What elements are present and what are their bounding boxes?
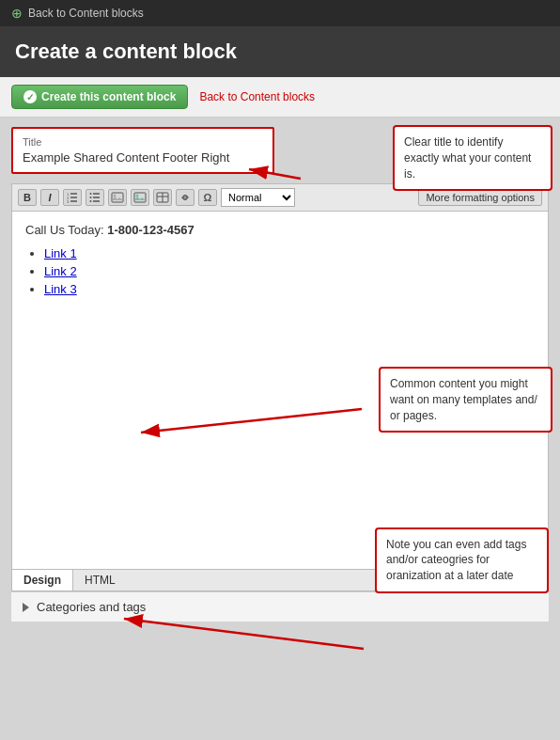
tab-design[interactable]: Design <box>12 570 73 590</box>
title-label: Title <box>23 136 263 148</box>
svg-line-24 <box>124 619 364 649</box>
page-title-bar: Create a content block <box>0 26 560 77</box>
format-select[interactable]: Normal Heading 1 Heading 2 Heading 3 <box>221 188 295 207</box>
create-button-label: Create this content block <box>41 90 176 103</box>
categories-label: Categories and tags <box>37 600 146 614</box>
page-title: Create a content block <box>15 39 237 63</box>
back-circle-icon: ⊕ <box>11 6 23 21</box>
svg-text:3.: 3. <box>67 199 70 204</box>
top-back-link[interactable]: Back to Content blocks <box>28 7 144 20</box>
link-3[interactable]: Link 3 <box>44 282 77 296</box>
main-content: Clear title to identify exactly what you… <box>0 118 560 591</box>
tooltip-tags: Note you can even add tags and/or cateog… <box>375 527 549 593</box>
bottom-section: Categories and tags Note you can even ad… <box>11 591 549 622</box>
check-icon: ✓ <box>23 90 37 103</box>
italic-button[interactable]: I <box>40 189 59 206</box>
action-back-link[interactable]: Back to Content blocks <box>199 90 315 103</box>
image2-icon[interactable] <box>131 189 149 206</box>
tab-html[interactable]: HTML <box>73 570 127 590</box>
top-bar: ⊕ Back to Content blocks <box>0 0 560 26</box>
links-list: Link 1 Link 2 Link 3 <box>44 246 535 296</box>
phone-number: 1-800-123-4567 <box>107 223 194 237</box>
phone-line: Call Us Today: 1-800-123-4567 <box>25 223 535 237</box>
unordered-list-icon[interactable] <box>86 189 104 206</box>
triangle-icon <box>23 603 29 612</box>
list-item: Link 3 <box>44 282 535 296</box>
create-content-button[interactable]: ✓ Create this content block <box>11 85 188 109</box>
action-bar: ✓ Create this content block Back to Cont… <box>0 77 560 118</box>
table-icon[interactable] <box>153 189 172 206</box>
more-formatting-button[interactable]: More formatting options <box>418 189 542 206</box>
title-input[interactable] <box>23 150 263 165</box>
phone-label: Call Us Today: <box>25 223 107 237</box>
tooltip-title: Clear title to identify exactly what you… <box>393 125 552 191</box>
list-item: Link 2 <box>44 264 535 278</box>
svg-rect-14 <box>134 193 146 202</box>
special-char-icon[interactable]: Ω <box>198 189 217 206</box>
svg-point-10 <box>90 197 92 198</box>
title-form-field: Title <box>11 127 274 174</box>
tooltip-content: Common content you might want on many te… <box>379 367 552 433</box>
link-1[interactable]: Link 1 <box>44 246 77 260</box>
tooltip-title-text: Clear title to identify exactly what you… <box>404 135 531 181</box>
categories-row[interactable]: Categories and tags <box>11 592 549 622</box>
svg-point-9 <box>90 193 92 195</box>
svg-rect-12 <box>112 193 123 202</box>
tooltip-tags-text: Note you can even add tags and/or cateog… <box>386 538 526 583</box>
list-item: Link 1 <box>44 246 535 260</box>
link-icon[interactable] <box>176 189 194 206</box>
link-2[interactable]: Link 2 <box>44 264 77 278</box>
svg-point-11 <box>90 200 92 202</box>
bold-button[interactable]: B <box>18 189 37 206</box>
image-icon[interactable] <box>108 189 127 206</box>
ordered-list-icon[interactable]: 1.2.3. <box>63 189 82 206</box>
tooltip-content-text: Common content you might want on many te… <box>390 377 537 422</box>
